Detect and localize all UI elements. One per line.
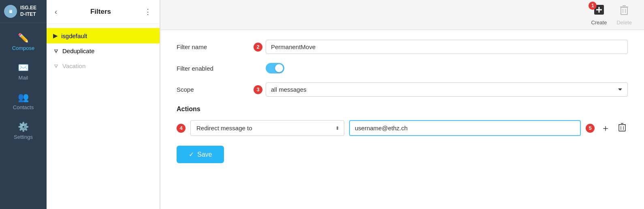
create-label: Create [591,19,607,26]
settings-label: Settings [14,134,33,140]
delete-icon [618,4,630,18]
filter-item-label: isgdefault [61,32,87,39]
filter-name-badge: 2 [254,43,262,52]
filter-list: ▶ isgdefault ⛛ Deduplicate ⛛ Vacation [47,24,160,78]
main-toolbar: 1 Create Delete [160,0,644,30]
back-button[interactable]: ‹ [53,7,59,17]
scope-label-group: Scope 3 [177,85,266,94]
sidebar: 🖥 ISG.EE D-ITET ✏️ Compose ✉️ Mail 👥 Con… [0,0,47,209]
mail-label: Mail [19,75,28,81]
filter-enabled-label: Filter enabled [177,65,249,72]
filters-title: Filters [90,8,111,16]
delete-label: Delete [616,19,632,26]
delete-action[interactable]: Delete [616,4,632,26]
svg-rect-10 [619,125,625,131]
filter-enabled-toggle[interactable] [266,63,284,73]
toggle-track [266,63,284,73]
save-checkmark-icon: ✓ [189,151,194,158]
filter-item-deduplicate[interactable]: ⛛ Deduplicate [47,43,160,58]
scope-label: Scope [177,86,249,93]
action-email-input[interactable] [349,120,581,136]
compose-icon: ✏️ [18,33,29,43]
filter-item-label: Deduplicate [62,47,94,54]
action-row: 4 Redirect message to Move to folder Cop… [177,120,628,136]
svg-text:🖥: 🖥 [9,9,13,14]
save-label: Save [197,151,212,158]
filters-panel: ‹ Filters ⋮ ▶ isgdefault ⛛ Deduplicate ⛛… [47,0,160,209]
filters-header: ‹ Filters ⋮ [47,0,160,24]
scope-select[interactable]: all messages incoming outgoing [266,82,628,97]
contacts-icon: 👥 [18,92,29,103]
filter-enabled-row: Filter enabled [177,63,628,73]
filter-item-isgdefault[interactable]: ▶ isgdefault [47,28,160,43]
more-options-button[interactable]: ⋮ [143,6,153,17]
toggle-thumb [275,64,283,72]
sidebar-item-contacts[interactable]: 👥 Contacts [0,86,47,116]
create-action[interactable]: 1 Create [591,4,607,26]
save-button[interactable]: ✓ Save [177,146,224,163]
filter-name-label-group: Filter name 2 [177,43,266,52]
sidebar-nav: ✏️ Compose ✉️ Mail 👥 Contacts ⚙️ Setting… [0,23,47,146]
filter-icon-disabled: ⛛ [53,62,59,69]
form-area: Filter name 2 Filter enabled Scope 3 [160,30,644,209]
delete-action-button[interactable] [616,121,628,135]
filter-name-row: Filter name 2 [177,40,628,54]
main-content: 1 Create Delete [160,0,644,209]
sidebar-item-settings[interactable]: ⚙️ Settings [0,116,47,146]
logo-icon: 🖥 [4,5,17,18]
sidebar-item-compose[interactable]: ✏️ Compose [0,27,47,57]
add-action-button[interactable]: ＋ [599,121,612,136]
email-badge: 5 [586,124,595,133]
scope-row: Scope 3 all messages incoming outgoing [177,82,628,97]
chevron-right-icon: ▶ [53,32,58,39]
sidebar-logo: 🖥 ISG.EE D-ITET [0,0,47,23]
svg-rect-5 [621,7,627,15]
filter-name-label: Filter name [177,43,249,50]
filter-item-label: Vacation [62,62,85,69]
actions-title: Actions [177,106,628,113]
filter-icon: ⛛ [53,47,59,54]
filter-enabled-label-group: Filter enabled [177,65,266,72]
action-badge: 4 [177,124,186,133]
filter-item-vacation[interactable]: ⛛ Vacation [47,58,160,73]
scope-badge: 3 [254,85,262,94]
action-select-wrapper: Redirect message to Move to folder Copy … [190,120,344,136]
settings-icon: ⚙️ [18,122,29,132]
compose-label: Compose [12,45,35,51]
mail-icon: ✉️ [18,62,29,73]
sidebar-item-mail[interactable]: ✉️ Mail [0,57,47,86]
logo-text: ISG.EE D-ITET [20,5,36,17]
action-select[interactable]: Redirect message to Move to folder Copy … [190,120,344,136]
contacts-label: Contacts [13,104,34,110]
filter-name-input[interactable] [266,40,628,54]
